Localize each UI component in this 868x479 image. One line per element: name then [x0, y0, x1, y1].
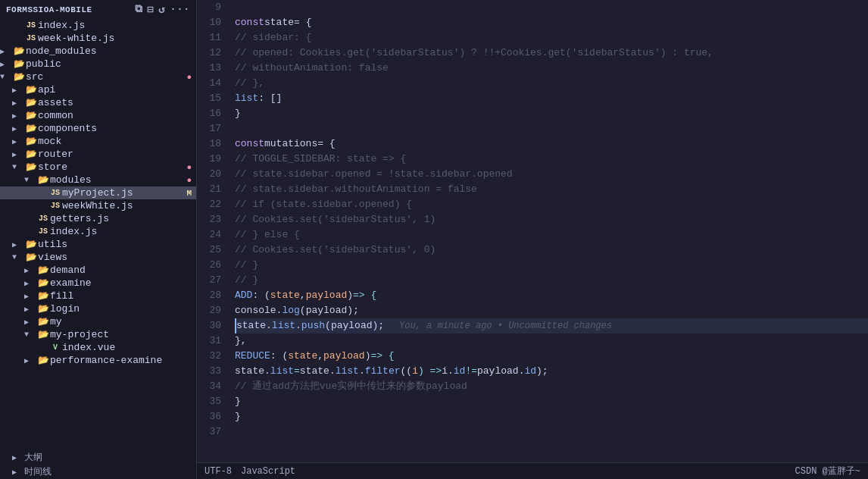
code-token: ((: [401, 364, 413, 379]
chevron-icon: ▶: [24, 292, 36, 301]
modules-icon: 📂: [36, 174, 50, 186]
sidebar-item-fill[interactable]: ▶📂fill: [0, 290, 196, 302]
code-token: // TOGGLE_SIDEBAR: state => {: [235, 152, 406, 167]
sidebar-item-mock[interactable]: ▶📂mock: [0, 135, 196, 148]
code-line: // state.sidebar.withoutAnimation = fals…: [235, 182, 868, 197]
sidebar-item-week-white-js[interactable]: JSweek-white.js: [0, 32, 196, 45]
code-token: .: [329, 364, 336, 379]
sidebar-item-src[interactable]: ▼📂src●: [0, 70, 196, 83]
status-right: CSDN @蓝胖子~: [795, 465, 860, 477]
folder-icon: 📂: [24, 136, 38, 147]
code-token: // Cookies.set('sidebarStatus', 0): [235, 243, 436, 258]
editor: 9101112131415161718192021222324252627282…: [197, 0, 868, 479]
sidebar-item-store[interactable]: ▼📂store●: [0, 161, 196, 174]
sidebar-item-index-js-store[interactable]: JSindex.js: [0, 225, 196, 238]
copy-icon[interactable]: ⧉: [135, 3, 143, 16]
tree-item-label: performance-examine: [50, 355, 196, 366]
sidebar-item-public[interactable]: ▶📂public: [0, 58, 196, 70]
code-line: ADD: (state, payload) => {: [235, 288, 868, 303]
chevron-icon: ▶: [12, 111, 24, 121]
sidebar-item-myProject-js[interactable]: JSmyProject.jsM: [0, 186, 196, 199]
tree-item-label: fill: [50, 290, 196, 302]
sidebar-item-timeline[interactable]: ▶ 时间线: [0, 465, 196, 479]
chevron-icon: ▼: [24, 330, 36, 339]
line-number: 21: [197, 182, 221, 197]
refresh-icon[interactable]: ↺: [158, 3, 165, 16]
tree-item-label: index.js: [38, 20, 196, 31]
sidebar-item-my-project[interactable]: ▼📂my-project: [0, 328, 196, 341]
code-line: // sidebar: {: [235, 30, 868, 45]
sidebar-item-login[interactable]: ▶📂login: [0, 302, 196, 315]
sidebar-item-router[interactable]: ▶📂router: [0, 148, 196, 161]
chevron-icon: ▶: [24, 279, 36, 288]
sidebar-item-examine[interactable]: ▶📂examine: [0, 277, 196, 290]
code-token: // withoutAnimation: false: [235, 61, 389, 76]
sidebar-item-getters-js[interactable]: JSgetters.js: [0, 212, 196, 225]
sidebar-item-common[interactable]: ▶📂common: [0, 109, 196, 122]
line-number: 15: [197, 91, 221, 106]
line-number: 34: [197, 379, 221, 394]
chevron-icon: ▶: [24, 266, 36, 275]
line-number: 25: [197, 243, 221, 258]
code-line: const state = {: [235, 15, 868, 30]
code-token: list: [235, 91, 258, 106]
chevron-icon: ▶: [12, 86, 24, 95]
sidebar-item-utils[interactable]: ▶📂utils: [0, 238, 196, 251]
tree-item-label: weekWhite.js: [62, 200, 196, 211]
status-encoding: UTF-8: [205, 466, 232, 477]
ellipsis-icon[interactable]: ···: [170, 3, 190, 16]
sidebar-item-node-modules[interactable]: ▶📂node_modules: [0, 45, 196, 58]
sidebar-item-my[interactable]: ▶📂my: [0, 315, 196, 328]
code-token: ,: [317, 349, 323, 364]
sidebar-item-modules[interactable]: ▼📂modules●: [0, 174, 196, 186]
code-token: i: [442, 364, 448, 379]
chevron-icon: ▶: [12, 150, 24, 159]
split-icon[interactable]: ⊟: [147, 3, 154, 16]
sidebar-item-performance-examine[interactable]: ▶📂performance-examine: [0, 354, 196, 367]
sidebar-item-views[interactable]: ▼📂views: [0, 251, 196, 264]
code-token: // if (state.sidebar.opened) {: [235, 197, 412, 212]
code-token: // }: [235, 258, 258, 273]
sidebar-item-components[interactable]: ▶📂components: [0, 122, 196, 135]
line-number: 32: [197, 349, 221, 364]
folder-icon: 📂: [24, 84, 38, 95]
sidebar-item-assets[interactable]: ▶📂assets: [0, 96, 196, 109]
line-number: 12: [197, 45, 221, 61]
code-token: .: [264, 364, 270, 379]
code-token: ADD: [235, 288, 252, 303]
code-token: .: [448, 364, 454, 379]
code-token: !=: [465, 364, 477, 379]
sidebar-item-weekWhite-js[interactable]: JSweekWhite.js: [0, 199, 196, 212]
code-line: }: [235, 394, 868, 409]
tree-item-label: api: [38, 84, 196, 95]
code-token: push: [301, 318, 325, 333]
tree-item-label: login: [50, 303, 196, 315]
line-number: 36: [197, 409, 221, 424]
code-line: // TOGGLE_SIDEBAR: state => {: [235, 152, 868, 167]
code-token: ) =>: [418, 364, 442, 379]
code-token: ): [347, 288, 353, 303]
modified-badge: M: [186, 189, 192, 198]
code-line: // 通过add方法把vue实例中传过来的参数payload: [235, 379, 868, 394]
sidebar-item-index-vue[interactable]: Vindex.vue: [0, 341, 196, 354]
js-icon: JS: [48, 202, 62, 210]
status-left: UTF-8 JavaScript: [205, 466, 295, 477]
sidebar-item-daquan[interactable]: ▶ 大纲: [0, 450, 196, 465]
code-area[interactable]: const state = { // sidebar: { // opened:…: [229, 0, 868, 462]
code-line: [235, 424, 868, 440]
code-token: log: [282, 303, 299, 318]
status-bar: UTF-8 JavaScript CSDN @蓝胖子~: [197, 462, 868, 479]
sidebar-item-index-js-root[interactable]: JSindex.js: [0, 19, 196, 32]
code-token: state: [288, 349, 317, 364]
code-token: const: [235, 136, 264, 152]
sidebar-item-demand[interactable]: ▶📂demand: [0, 264, 196, 277]
code-line: [235, 0, 868, 15]
code-token: id: [454, 364, 466, 379]
code-token: .: [359, 364, 365, 379]
code-token: // 通过add方法把vue实例中传过来的参数payload: [235, 379, 467, 394]
line-number: 23: [197, 212, 221, 227]
line-number: 33: [197, 364, 221, 379]
code-token: );: [373, 318, 385, 333]
code-token: : (: [270, 349, 288, 364]
sidebar-item-api[interactable]: ▶📂api: [0, 83, 196, 96]
